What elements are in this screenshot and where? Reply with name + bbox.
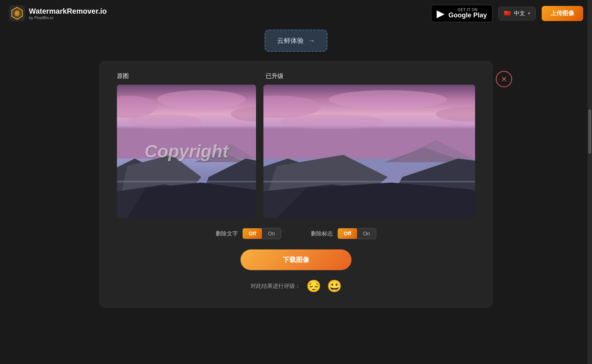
svg-point-5	[117, 96, 157, 118]
svg-point-8	[127, 114, 201, 129]
download-button[interactable]: 下载图像	[240, 249, 352, 270]
upgraded-image-wrapper	[263, 85, 475, 218]
header: WatermarkRemover.io by PixelBin.io ▶ GET…	[0, 0, 592, 27]
svg-rect-31	[263, 181, 475, 183]
svg-point-7	[231, 107, 256, 122]
remove-text-control: 删除文字 Off On	[216, 228, 281, 239]
upgraded-image	[263, 85, 475, 218]
get-it-on-label: GET IT ON	[448, 8, 487, 12]
download-section: 下载图像	[117, 249, 475, 270]
chevron-down-icon: ▾	[528, 11, 530, 16]
lang-label: 中文	[514, 10, 525, 17]
remove-text-off-btn[interactable]: Off	[243, 228, 262, 239]
svg-rect-23	[263, 159, 475, 188]
svg-marker-24	[384, 147, 465, 162]
svg-marker-10	[194, 151, 246, 162]
remove-logo-toggle[interactable]: Off On	[337, 228, 376, 239]
original-image: Copyright	[117, 85, 256, 218]
svg-point-22	[280, 114, 384, 129]
comparison-labels: 原图 已升级	[117, 72, 475, 80]
header-right: ▶ GET IT ON Google Play 🇨🇳 中文 ▾ 上传图像	[431, 5, 583, 22]
logo-title: WatermarkRemover.io	[29, 7, 107, 16]
remove-logo-control: 删除标志 Off On	[311, 228, 376, 239]
remove-text-toggle[interactable]: Off On	[242, 228, 281, 239]
svg-rect-4	[117, 85, 256, 159]
remove-logo-label: 删除标志	[311, 230, 333, 237]
banner-arrow: →	[308, 37, 315, 45]
svg-marker-30	[277, 183, 475, 218]
remove-logo-off-btn[interactable]: Off	[338, 228, 357, 239]
sad-rating-button[interactable]: 😔	[306, 279, 321, 293]
svg-marker-26	[263, 159, 332, 195]
banner-text: 云鲜体验	[277, 36, 304, 45]
original-svg-overlay	[117, 85, 256, 218]
svg-marker-29	[263, 184, 417, 218]
language-selector[interactable]: 🇨🇳 中文 ▾	[498, 7, 536, 20]
main-content-card: 原图 已升级	[99, 61, 493, 308]
play-store-icon: ▶	[437, 7, 445, 20]
google-play-button[interactable]: ▶ GET IT ON Google Play	[431, 5, 492, 22]
svg-marker-27	[266, 155, 388, 199]
svg-point-21	[436, 107, 475, 122]
logo-area: WatermarkRemover.io by PixelBin.io	[9, 5, 107, 21]
google-play-label: Google Play	[448, 12, 487, 19]
logo-text: WatermarkRemover.io by PixelBin.io	[29, 7, 107, 20]
svg-marker-13	[120, 155, 201, 199]
remove-text-on-btn[interactable]: On	[262, 228, 281, 239]
controls-row: 删除文字 Off On 删除标志 Off On	[117, 228, 475, 239]
logo-sub: by PixelBin.io	[29, 16, 107, 20]
svg-point-20	[329, 90, 447, 109]
original-image-wrapper: Copyright	[117, 85, 256, 218]
rating-section: 对此结果进行评级： 😔 😀	[117, 279, 475, 293]
scrollbar-thumb[interactable]	[588, 109, 591, 154]
svg-point-19	[263, 96, 321, 118]
happy-rating-button[interactable]: 😀	[327, 279, 342, 293]
logo-icon	[9, 5, 25, 21]
rating-label: 对此结果进行评级：	[250, 283, 300, 290]
upload-button[interactable]: 上传图像	[542, 6, 583, 21]
svg-marker-12	[117, 159, 164, 195]
svg-rect-18	[263, 85, 475, 159]
images-comparison-row: Copyright	[117, 85, 475, 218]
remove-logo-on-btn[interactable]: On	[357, 228, 376, 239]
scrollbar-track[interactable]	[588, 0, 592, 364]
svg-marker-25	[391, 140, 475, 162]
upgraded-landscape	[263, 85, 475, 218]
google-play-text: GET IT ON Google Play	[448, 8, 487, 19]
cloud-experience-banner[interactable]: 云鲜体验 →	[265, 30, 327, 52]
svg-marker-11	[201, 144, 256, 162]
svg-marker-15	[117, 184, 220, 218]
lang-flag: 🇨🇳	[504, 10, 511, 17]
svg-marker-14	[201, 159, 256, 195]
svg-rect-9	[117, 159, 256, 188]
close-button[interactable]: ✕	[496, 71, 512, 87]
svg-marker-16	[127, 183, 256, 218]
svg-marker-28	[391, 159, 475, 195]
remove-text-label: 删除文字	[216, 230, 238, 237]
watermark-text: Copyright	[145, 141, 229, 161]
svg-point-6	[157, 90, 246, 109]
upgraded-svg-overlay	[263, 85, 475, 218]
original-label: 原图	[117, 72, 257, 80]
svg-rect-17	[117, 181, 256, 183]
close-icon: ✕	[501, 75, 507, 84]
upgraded-label: 已升级	[257, 72, 475, 80]
original-landscape: Copyright	[117, 85, 256, 218]
